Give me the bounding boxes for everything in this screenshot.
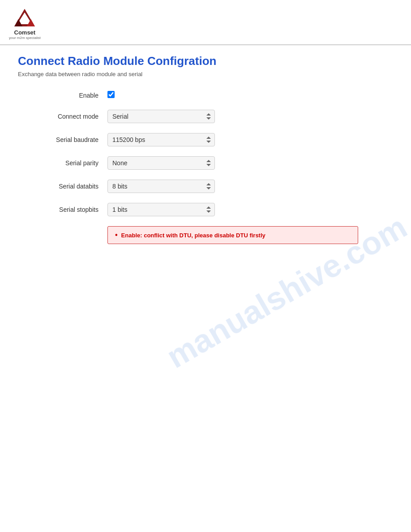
serial-databits-label: Serial databits	[18, 183, 107, 190]
enable-control	[107, 91, 215, 100]
page-content: Connect Radio Module Configration Exchan…	[0, 45, 411, 253]
serial-stopbits-select[interactable]: 1 bits 2 bits	[107, 203, 215, 216]
enable-row: Enable	[18, 91, 393, 100]
connect-mode-select[interactable]: Serial TCP Client TCP Server UDP	[107, 110, 215, 123]
enable-label: Enable	[18, 92, 107, 99]
serial-parity-control: None Odd Even	[107, 156, 215, 170]
logo-subtext: your m2m specialist	[9, 36, 41, 40]
serial-databits-control: 5 bits 6 bits 7 bits 8 bits	[107, 180, 215, 193]
serial-databits-select[interactable]: 5 bits 6 bits 7 bits 8 bits	[107, 180, 215, 193]
logo-icon	[13, 8, 36, 28]
connect-mode-label: Connect mode	[18, 113, 107, 120]
serial-parity-row: Serial parity None Odd Even	[18, 156, 393, 170]
serial-baudrate-control: 9600 bps 19200 bps 38400 bps 57600 bps 1…	[107, 133, 215, 146]
connect-mode-control: Serial TCP Client TCP Server UDP	[107, 110, 215, 123]
serial-databits-row: Serial databits 5 bits 6 bits 7 bits 8 b…	[18, 180, 393, 193]
serial-stopbits-control: 1 bits 2 bits	[107, 203, 215, 216]
serial-stopbits-row: Serial stopbits 1 bits 2 bits	[18, 203, 393, 216]
alert-bullet-icon: •	[115, 231, 118, 239]
alert-box: • Enable: conflict with DTU, please disa…	[107, 226, 358, 244]
page-subtitle: Exchange data between radio module and s…	[18, 71, 393, 77]
page-header: Comset your m2m specialist	[0, 0, 411, 45]
page-title: Connect Radio Module Configration	[18, 54, 393, 68]
serial-parity-label: Serial parity	[18, 159, 107, 167]
serial-stopbits-label: Serial stopbits	[18, 206, 107, 213]
logo: Comset your m2m specialist	[9, 8, 41, 40]
serial-baudrate-select[interactable]: 9600 bps 19200 bps 38400 bps 57600 bps 1…	[107, 133, 215, 146]
serial-baudrate-row: Serial baudrate 9600 bps 19200 bps 38400…	[18, 133, 393, 146]
serial-parity-select[interactable]: None Odd Even	[107, 156, 215, 170]
enable-checkbox[interactable]	[107, 91, 115, 98]
serial-baudrate-label: Serial baudrate	[18, 136, 107, 143]
connect-mode-row: Connect mode Serial TCP Client TCP Serve…	[18, 110, 393, 123]
logo-text: Comset	[14, 29, 36, 36]
alert-message: Enable: conflict with DTU, please disabl…	[121, 232, 265, 239]
